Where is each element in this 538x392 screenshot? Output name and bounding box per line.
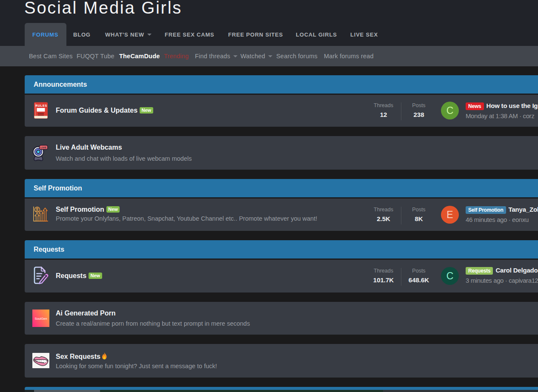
svg-text:LIVE: LIVE <box>40 146 46 149</box>
svg-text:SoulGen: SoulGen <box>34 317 47 321</box>
svg-text:RULES: RULES <box>35 104 47 107</box>
